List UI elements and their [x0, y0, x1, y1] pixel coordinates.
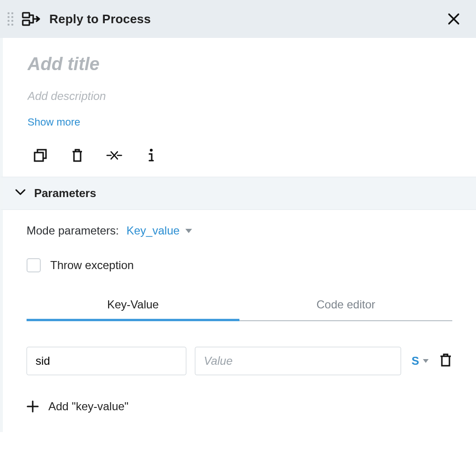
tab-key-value[interactable]: Key-Value [27, 291, 239, 321]
kv-delete-button[interactable] [439, 352, 452, 370]
panel-body: Show more [0, 38, 476, 177]
info-icon[interactable] [143, 147, 159, 163]
panel-title: Reply to Process [49, 12, 436, 27]
svg-rect-0 [23, 13, 29, 18]
add-key-value-label: Add "key-value" [48, 400, 128, 413]
throw-exception-label: Throw exception [50, 259, 134, 272]
cut-link-icon[interactable] [106, 147, 122, 163]
panel-header: Reply to Process [0, 0, 476, 38]
throw-exception-row: Throw exception [27, 258, 452, 272]
svg-point-3 [150, 149, 153, 152]
svg-rect-2 [35, 153, 43, 161]
drag-handle-icon[interactable] [8, 12, 13, 26]
kv-type-select[interactable]: S [410, 354, 430, 368]
chevron-down-icon[interactable] [15, 189, 26, 198]
delete-icon[interactable] [69, 147, 85, 163]
svg-rect-1 [23, 20, 29, 25]
dropdown-caret-icon [423, 359, 429, 363]
mode-parameters-select[interactable]: Key_value [127, 224, 192, 237]
mode-parameters-row: Mode parameters: Key_value [27, 224, 452, 237]
action-toolbar [27, 147, 451, 163]
add-key-value-button[interactable]: Add "key-value" [27, 400, 452, 413]
parameters-section-header[interactable]: Parameters [0, 177, 476, 210]
close-button[interactable] [445, 10, 463, 28]
kv-key-input[interactable] [27, 347, 186, 375]
reply-to-process-panel: Reply to Process Show more [0, 0, 476, 469]
reply-process-icon [22, 12, 41, 26]
kv-value-input[interactable] [195, 347, 401, 375]
dropdown-caret-icon [185, 229, 192, 233]
plus-icon [27, 400, 39, 413]
parameters-content: Mode parameters: Key_value Throw excepti… [0, 210, 476, 432]
show-more-link[interactable]: Show more [27, 116, 80, 128]
mode-parameters-label: Mode parameters: [27, 224, 119, 237]
copy-icon[interactable] [32, 147, 48, 163]
throw-exception-checkbox[interactable] [27, 258, 41, 272]
title-input[interactable] [27, 54, 451, 74]
description-input[interactable] [27, 90, 451, 103]
tab-code-editor[interactable]: Code editor [239, 291, 452, 321]
kv-type-value: S [412, 354, 419, 368]
mode-parameters-value: Key_value [127, 224, 180, 237]
key-value-row: S [27, 347, 452, 375]
params-tabs: Key-Value Code editor [27, 291, 452, 321]
parameters-label: Parameters [34, 187, 96, 200]
